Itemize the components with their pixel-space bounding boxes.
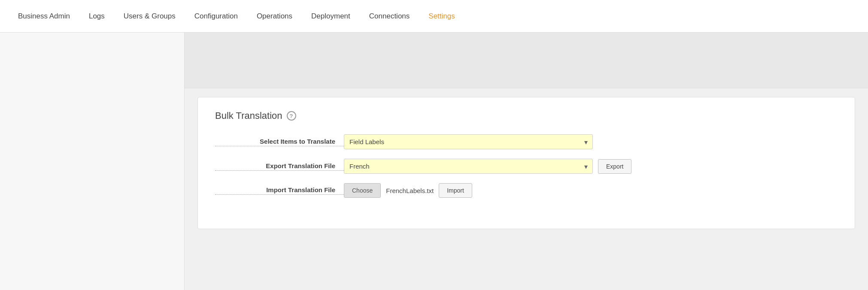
import-button[interactable]: Import xyxy=(439,183,472,198)
nav-configuration[interactable]: Configuration xyxy=(185,0,247,32)
import-translation-row: Import Translation File Choose FrenchLab… xyxy=(215,183,838,198)
import-translation-wrapper: Choose FrenchLabels.txt Import xyxy=(344,183,838,198)
export-button[interactable]: Export xyxy=(598,159,631,174)
export-translation-wrapper: French Spanish German Italian Portuguese… xyxy=(344,159,838,174)
navbar: Business Admin Logs Users & Groups Confi… xyxy=(0,0,868,33)
import-translation-label: Import Translation File xyxy=(215,186,344,195)
select-items-wrapper: Field Labels Buttons Messages Tooltips xyxy=(344,134,838,149)
export-language-dropdown[interactable]: French Spanish German Italian Portuguese xyxy=(344,159,593,174)
choose-file-button[interactable]: Choose xyxy=(344,183,381,198)
file-name-display: FrenchLabels.txt xyxy=(386,187,434,194)
card-title-text: Bulk Translation xyxy=(215,110,282,121)
sidebar xyxy=(0,33,185,290)
content-area: Bulk Translation ? Select Items to Trans… xyxy=(185,33,868,290)
nav-operations[interactable]: Operations xyxy=(247,0,302,32)
help-icon[interactable]: ? xyxy=(287,111,296,121)
export-language-dropdown-wrapper: French Spanish German Italian Portuguese xyxy=(344,159,593,174)
nav-settings[interactable]: Settings xyxy=(419,0,464,32)
nav-connections[interactable]: Connections xyxy=(360,0,419,32)
select-items-dropdown[interactable]: Field Labels Buttons Messages Tooltips xyxy=(344,134,593,149)
nav-users-groups[interactable]: Users & Groups xyxy=(114,0,185,32)
nav-business-admin[interactable]: Business Admin xyxy=(9,0,79,32)
content-top-bar xyxy=(185,33,868,88)
export-translation-label: Export Translation File xyxy=(215,162,344,171)
main-container: Bulk Translation ? Select Items to Trans… xyxy=(0,33,868,290)
nav-deployment[interactable]: Deployment xyxy=(302,0,360,32)
select-items-label: Select Items to Translate xyxy=(215,138,344,146)
select-items-row: Select Items to Translate Field Labels B… xyxy=(215,134,838,149)
nav-logs[interactable]: Logs xyxy=(79,0,114,32)
export-translation-row: Export Translation File French Spanish G… xyxy=(215,159,838,174)
select-items-dropdown-wrapper: Field Labels Buttons Messages Tooltips xyxy=(344,134,593,149)
bulk-translation-card: Bulk Translation ? Select Items to Trans… xyxy=(197,97,855,229)
card-title-row: Bulk Translation ? xyxy=(215,110,838,121)
